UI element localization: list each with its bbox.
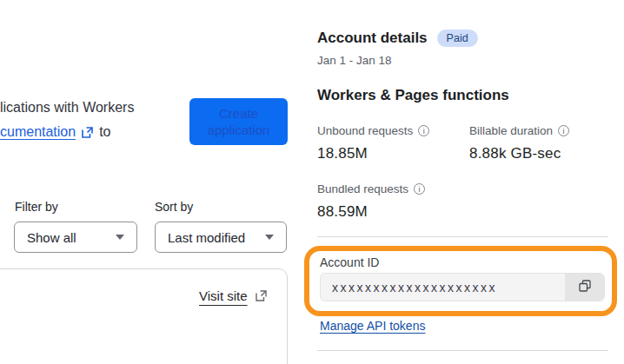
account-id-label: Account ID bbox=[320, 255, 379, 269]
manage-api-tokens-link[interactable]: Manage API tokens bbox=[320, 319, 425, 333]
sort-dropdown-value: Last modified bbox=[168, 230, 245, 245]
stat-value: 8.88k GB-sec bbox=[469, 145, 617, 162]
functions-section-title: Workers & Pages functions bbox=[317, 87, 509, 104]
intro-text-line2: cumentation to bbox=[0, 124, 111, 140]
stat-unbound-requests: Unbound requests i 18.85M bbox=[317, 124, 465, 162]
create-application-button[interactable]: Create application bbox=[189, 98, 288, 145]
stat-billable-duration: Billable duration i 8.88k GB-sec bbox=[469, 124, 617, 162]
chevron-down-icon bbox=[116, 235, 124, 240]
stat-label: Billable duration i bbox=[469, 124, 617, 137]
documentation-link[interactable]: cumentation bbox=[0, 124, 76, 140]
workers-pages-dashboard: lications with Workers cumentation to Cr… bbox=[0, 0, 624, 364]
copy-account-id-button[interactable] bbox=[565, 274, 604, 301]
account-details-header: Account details Paid bbox=[317, 30, 478, 47]
sort-dropdown[interactable]: Last modified bbox=[155, 222, 287, 253]
external-link-icon bbox=[81, 126, 94, 139]
plan-badge: Paid bbox=[437, 30, 478, 47]
project-card bbox=[0, 268, 288, 364]
filter-dropdown-value: Show all bbox=[27, 230, 76, 245]
stat-label-text: Billable duration bbox=[469, 124, 553, 137]
billing-date-range: Jan 1 - Jan 18 bbox=[317, 54, 392, 67]
visit-site-label: Visit site bbox=[199, 288, 248, 303]
filter-by-label: Filter by bbox=[15, 200, 58, 214]
account-details-title: Account details bbox=[317, 30, 428, 47]
account-id-field-group bbox=[320, 273, 605, 301]
account-id-input[interactable] bbox=[320, 273, 605, 301]
stat-value: 18.85M bbox=[317, 145, 465, 162]
info-icon[interactable]: i bbox=[418, 125, 429, 136]
stat-label-text: Bundled requests bbox=[317, 182, 408, 195]
info-icon[interactable]: i bbox=[414, 183, 425, 195]
stat-label: Unbound requests i bbox=[317, 124, 465, 137]
stat-label-text: Unbound requests bbox=[317, 124, 413, 137]
copy-icon bbox=[578, 279, 592, 295]
intro-text-line1: lications with Workers bbox=[0, 100, 134, 116]
divider bbox=[317, 350, 608, 351]
intro-text-after-link: to bbox=[99, 124, 110, 140]
stat-bundled-requests: Bundled requests i 88.59M bbox=[317, 182, 465, 221]
info-icon[interactable]: i bbox=[558, 125, 569, 136]
external-link-icon bbox=[255, 289, 268, 302]
chevron-down-icon bbox=[265, 235, 274, 240]
stat-label: Bundled requests i bbox=[317, 182, 465, 195]
divider bbox=[317, 236, 608, 237]
sort-by-label: Sort by bbox=[155, 200, 193, 214]
stat-value: 88.59M bbox=[317, 203, 465, 221]
filter-dropdown[interactable]: Show all bbox=[14, 222, 137, 253]
visit-site-link[interactable]: Visit site bbox=[199, 288, 268, 303]
